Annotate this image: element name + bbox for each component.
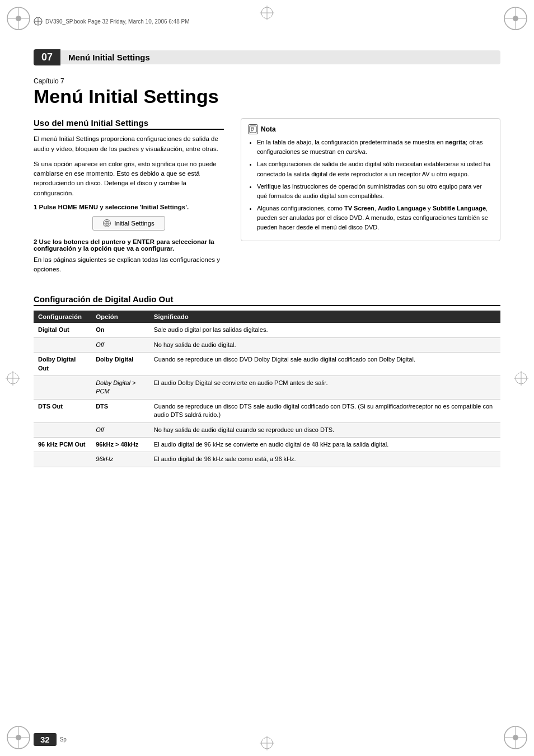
cell-meaning: Cuando se reproduce un disco DVD Dolby D… bbox=[149, 353, 500, 376]
cell-config: DTS Out bbox=[34, 399, 91, 422]
topbar-icon bbox=[34, 17, 43, 26]
cell-meaning: No hay salida de audio digital cuando se… bbox=[149, 422, 500, 437]
svg-rect-34 bbox=[250, 126, 256, 133]
left-column: Uso del menú Initial Settings El menú In… bbox=[34, 118, 224, 281]
two-column-layout: Uso del menú Initial Settings El menú In… bbox=[34, 118, 500, 281]
note-icon bbox=[248, 124, 258, 134]
cell-config: Digital Out bbox=[34, 323, 91, 337]
digital-audio-section: Configuración de Digital Audio Out Confi… bbox=[34, 294, 500, 467]
table-row: 96kHz El audio digital de 96 kHz sale co… bbox=[34, 452, 500, 467]
step1-label: 1 Pulse HOME MENU y seleccione 'Initial … bbox=[34, 204, 224, 210]
page-number: 32 bbox=[34, 733, 57, 746]
page-lang: Sp bbox=[60, 736, 67, 743]
cell-option: Dolby Digital bbox=[91, 353, 149, 376]
note-title: Nota bbox=[248, 124, 493, 134]
cell-option: Off bbox=[91, 337, 149, 352]
note-item-1: En la tabla de abajo, la configuración p… bbox=[257, 138, 493, 157]
cell-option: 96kHz > 48kHz bbox=[91, 437, 149, 452]
table-header-row: Configuración Opción Significado bbox=[34, 311, 500, 323]
cell-meaning: El audio digital de 96 kHz sale como est… bbox=[149, 452, 500, 467]
cell-meaning: El audio Dolby Digital se convierte en a… bbox=[149, 375, 500, 399]
cell-option: 96kHz bbox=[91, 452, 149, 467]
reg-mark-right bbox=[513, 370, 530, 387]
initial-settings-label: Initial Settings bbox=[114, 220, 154, 227]
cell-meaning: Sale audio digital por las salidas digit… bbox=[149, 323, 500, 337]
chapter-title: Menú Initial Settings bbox=[60, 50, 500, 64]
cell-config: Dolby Digital Out bbox=[34, 353, 91, 376]
col-header-config: Configuración bbox=[34, 311, 91, 323]
step1: 1 Pulse HOME MENU y seleccione 'Initial … bbox=[34, 204, 224, 231]
step2-body: En las páginas siguientes se explican to… bbox=[34, 255, 224, 275]
table-row: 96 kHz PCM Out 96kHz > 48kHz El audio di… bbox=[34, 437, 500, 452]
step2-label: 2 Use los botones del puntero y ENTER pa… bbox=[34, 238, 224, 252]
reg-mark-bottom bbox=[259, 735, 275, 752]
reg-mark-left bbox=[4, 370, 21, 387]
chapter-header: 07 Menú Initial Settings bbox=[34, 49, 500, 65]
settings-btn-wrap: Initial Settings bbox=[34, 216, 224, 231]
config-table: Configuración Opción Significado Digital… bbox=[34, 311, 500, 467]
table-row: Off No hay salida de audio digital. bbox=[34, 337, 500, 352]
cell-meaning: El audio digital de 96 kHz se convierte … bbox=[149, 437, 500, 452]
col-header-option: Opción bbox=[91, 311, 149, 323]
page-footer: 32 Sp bbox=[34, 733, 67, 746]
corner-mark-br bbox=[502, 724, 530, 752]
note-title-text: Nota bbox=[261, 125, 276, 133]
cell-config: 96 kHz PCM Out bbox=[34, 437, 91, 452]
page-title: Menú Initial Settings bbox=[34, 86, 500, 107]
section1-title: Uso del menú Initial Settings bbox=[34, 118, 224, 130]
col-header-meaning: Significado bbox=[149, 311, 500, 323]
note-item-4: Algunas configuraciones, como TV Screen,… bbox=[257, 204, 493, 232]
cell-option: On bbox=[91, 323, 149, 337]
cell-meaning: Cuando se reproduce un disco DTS sale au… bbox=[149, 399, 500, 422]
initial-settings-button[interactable]: Initial Settings bbox=[92, 216, 165, 231]
cell-option: Dolby Digital > PCM bbox=[91, 375, 149, 399]
cell-option: Off bbox=[91, 422, 149, 437]
section1-para1: El menú Initial Settings proporciona con… bbox=[34, 134, 224, 154]
cell-config bbox=[34, 452, 91, 467]
top-bar: DV390_SP.book Page 32 Friday, March 10, … bbox=[34, 17, 500, 26]
corner-mark-bl bbox=[4, 724, 32, 752]
cell-config bbox=[34, 337, 91, 352]
table-body: Digital Out On Sale audio digital por la… bbox=[34, 323, 500, 467]
cell-option: DTS bbox=[91, 399, 149, 422]
cell-config bbox=[34, 422, 91, 437]
corner-mark-tl bbox=[4, 4, 32, 32]
note-item-2: Las configuraciones de salida de audio d… bbox=[257, 159, 493, 179]
cell-config bbox=[34, 375, 91, 399]
main-content: Capítulo 7 Menú Initial Settings Uso del… bbox=[34, 67, 500, 711]
page-subtitle: Capítulo 7 bbox=[34, 77, 500, 85]
corner-mark-tr bbox=[502, 4, 530, 32]
topbar-file-info: DV390_SP.book Page 32 Friday, March 10, … bbox=[45, 18, 190, 25]
settings-icon bbox=[103, 219, 111, 227]
note-box: Nota En la tabla de abajo, la configurac… bbox=[241, 118, 500, 241]
note-item-3: Verifique las instrucciones de operación… bbox=[257, 182, 493, 201]
section2-title: Configuración de Digital Audio Out bbox=[34, 294, 500, 306]
table-row: DTS Out DTS Cuando se reproduce un disco… bbox=[34, 399, 500, 422]
table-row: Dolby Digital Out Dolby Digital Cuando s… bbox=[34, 353, 500, 376]
cell-meaning: No hay salida de audio digital. bbox=[149, 337, 500, 352]
note-list: En la tabla de abajo, la configuración p… bbox=[248, 138, 493, 232]
table-row: Digital Out On Sale audio digital por la… bbox=[34, 323, 500, 337]
table-row: Dolby Digital > PCM El audio Dolby Digit… bbox=[34, 375, 500, 399]
section1-para2: Si una opción aparece en color gris, est… bbox=[34, 159, 224, 198]
table-row: Off No hay salida de audio digital cuand… bbox=[34, 422, 500, 437]
step2: 2 Use los botones del puntero y ENTER pa… bbox=[34, 238, 224, 275]
chapter-number: 07 bbox=[34, 49, 60, 65]
right-column: Nota En la tabla de abajo, la configurac… bbox=[241, 118, 500, 281]
table-header: Configuración Opción Significado bbox=[34, 311, 500, 323]
